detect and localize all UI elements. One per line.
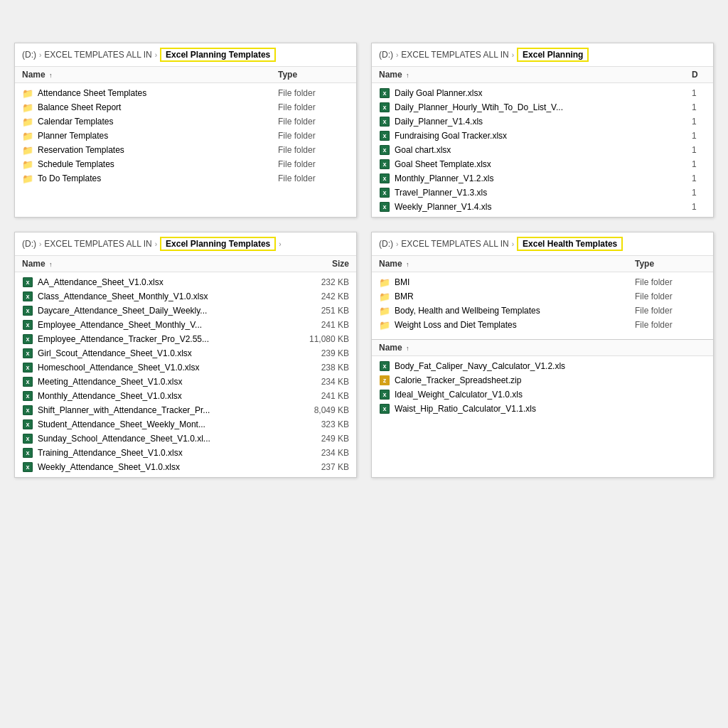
- panel-bottom-left: (D:) › EXCEL TEMPLATES ALL IN › Excel Pl…: [14, 232, 357, 478]
- file-list-bottom-right-top: 📁 BMI File folder 📁 BMR File folder 📁 Bo…: [372, 272, 713, 335]
- file-name: Daily Goal Planner.xlsx: [395, 88, 692, 98]
- breadcrumb-current[interactable]: Excel Planning Templates: [160, 237, 276, 251]
- file-name: Training_Attendance_Sheet_V1.0.xlsx: [38, 448, 285, 458]
- list-item[interactable]: 📁 Planner Templates File folder: [15, 129, 356, 143]
- chevron-icon: ›: [155, 51, 157, 59]
- chevron-icon: ›: [155, 240, 157, 248]
- breadcrumb-drive[interactable]: (D:): [22, 239, 36, 249]
- zip-icon: z: [379, 375, 390, 386]
- breadcrumb-folder1[interactable]: EXCEL TEMPLATES ALL IN: [401, 239, 508, 249]
- list-item[interactable]: z Calorie_Tracker_Spreadsheet.zip: [372, 373, 713, 387]
- breadcrumb-bottom-right-top: (D:) › EXCEL TEMPLATES ALL IN › Excel He…: [372, 232, 713, 256]
- breadcrumb-current[interactable]: Excel Planning Templates: [160, 48, 276, 62]
- list-item[interactable]: 📁 Schedule Templates File folder: [15, 157, 356, 171]
- list-item[interactable]: x Goal Sheet Template.xlsx 1: [372, 157, 713, 171]
- col-name-header[interactable]: Name ↑: [379, 343, 706, 353]
- col-headers: Name ↑ D: [372, 67, 713, 83]
- file-type: File folder: [278, 173, 349, 183]
- breadcrumb-current[interactable]: Excel Health Templates: [517, 237, 623, 251]
- list-item[interactable]: 📁 Weight Loss and Diet Templates File fo…: [372, 318, 713, 332]
- excel-icon: x: [22, 376, 33, 387]
- file-type: File folder: [278, 102, 349, 112]
- col-type-header[interactable]: Type: [278, 70, 349, 80]
- list-item[interactable]: x Goal chart.xlsx 1: [372, 143, 713, 157]
- list-item[interactable]: 📁 BMR File folder: [372, 289, 713, 304]
- list-item[interactable]: x Weekly_Planner_V1.4.xls 1: [372, 200, 713, 214]
- list-item[interactable]: x Fundraising Goal Tracker.xlsx 1: [372, 129, 713, 143]
- list-item[interactable]: x Daycare_Attendance_Sheet_Daily_Weekly.…: [15, 304, 356, 318]
- list-item[interactable]: 📁 Reservation Templates File folder: [15, 143, 356, 157]
- breadcrumb-folder1[interactable]: EXCEL TEMPLATES ALL IN: [401, 50, 508, 60]
- col-type-header[interactable]: Type: [635, 259, 706, 269]
- list-item[interactable]: x Training_Attendance_Sheet_V1.0.xlsx 23…: [15, 446, 356, 460]
- excel-icon: x: [22, 419, 33, 430]
- col-date-header[interactable]: D: [692, 70, 706, 80]
- list-item[interactable]: 📁 BMI File folder: [372, 275, 713, 289]
- breadcrumb-drive[interactable]: (D:): [22, 50, 36, 60]
- list-item[interactable]: x Daily Goal Planner.xlsx 1: [372, 86, 713, 100]
- file-date: 1: [692, 88, 706, 98]
- list-item[interactable]: x Weekly_Attendance_Sheet_V1.0.xlsx 237 …: [15, 460, 356, 474]
- file-size: 232 KB: [285, 277, 349, 287]
- folder-icon: 📁: [379, 277, 390, 288]
- file-name: Class_Attendance_Sheet_Monthly_V1.0.xlsx: [38, 291, 285, 301]
- list-item[interactable]: x Daily_Planner_V1.4.xls 1: [372, 114, 713, 129]
- breadcrumb-folder1[interactable]: EXCEL TEMPLATES ALL IN: [44, 239, 151, 249]
- excel-icon: x: [22, 405, 33, 416]
- file-size: 241 KB: [285, 320, 349, 330]
- excel-icon: x: [22, 447, 33, 459]
- list-item[interactable]: x Daily_Planner_Hourly_Wtih_To_Do_List_V…: [372, 100, 713, 114]
- file-type: File folder: [278, 145, 349, 155]
- list-item[interactable]: x Shift_Planner_with_Attendance_Tracker_…: [15, 403, 356, 417]
- file-name: Travel_Planner_V1.3.xls: [395, 188, 692, 198]
- col-name-header[interactable]: Name ↑: [22, 70, 278, 80]
- col-name-header[interactable]: Name ↑: [379, 70, 692, 80]
- file-name: Monthly_Planner_V1.2.xls: [395, 173, 692, 183]
- breadcrumb-drive[interactable]: (D:): [379, 239, 393, 249]
- list-item[interactable]: x Homeschool_Attendance_Sheet_V1.0.xlsx …: [15, 360, 356, 375]
- list-item[interactable]: x Monthly_Attendance_Sheet_V1.0.xlsx 241…: [15, 389, 356, 403]
- file-size: 241 KB: [285, 391, 349, 401]
- excel-icon: x: [379, 87, 390, 99]
- breadcrumb-top-left: (D:) › EXCEL TEMPLATES ALL IN › Excel Pl…: [15, 43, 356, 67]
- file-name: Calorie_Tracker_Spreadsheet.zip: [395, 375, 706, 385]
- col-size-header[interactable]: Size: [285, 259, 349, 269]
- file-name: Body, Health and Wellbeing Templates: [395, 306, 635, 316]
- list-item[interactable]: x Meeting_Attendance_Sheet_V1.0.xlsx 234…: [15, 375, 356, 389]
- col-name-header[interactable]: Name ↑: [22, 259, 285, 269]
- breadcrumb-current[interactable]: Excel Planning: [517, 48, 589, 62]
- list-item[interactable]: x Girl_Scout_Attendance_Sheet_V1.0.xlsx …: [15, 346, 356, 360]
- file-name: Daily_Planner_Hourly_Wtih_To_Do_List_V..…: [395, 102, 692, 112]
- list-item[interactable]: x Body_Fat_Caliper_Navy_Calculator_V1.2.…: [372, 359, 713, 373]
- file-name: BMR: [395, 291, 635, 301]
- list-item[interactable]: x AA_Attendance_Sheet_V1.0.xlsx 232 KB: [15, 275, 356, 289]
- panel-top-left: (D:) › EXCEL TEMPLATES ALL IN › Excel Pl…: [14, 43, 357, 218]
- breadcrumb-drive[interactable]: (D:): [379, 50, 393, 60]
- chevron-icon: ›: [396, 240, 398, 248]
- list-item[interactable]: x Waist_Hip_Ratio_Calculator_V1.1.xls: [372, 402, 713, 416]
- excel-icon: x: [379, 116, 390, 127]
- file-size: 239 KB: [285, 348, 349, 358]
- file-size: 323 KB: [285, 419, 349, 429]
- file-date: 1: [692, 117, 706, 127]
- list-item[interactable]: x Monthly_Planner_V1.2.xls 1: [372, 171, 713, 186]
- list-item[interactable]: x Employee_Attendance_Tracker_Pro_V2.55.…: [15, 332, 356, 346]
- file-list-bottom-left: x AA_Attendance_Sheet_V1.0.xlsx 232 KB x…: [15, 272, 356, 477]
- list-item[interactable]: 📁 To Do Templates File folder: [15, 171, 356, 186]
- list-item[interactable]: x Class_Attendance_Sheet_Monthly_V1.0.xl…: [15, 289, 356, 304]
- col-name-header[interactable]: Name ↑: [379, 259, 635, 269]
- list-item[interactable]: x Travel_Planner_V1.3.xls 1: [372, 186, 713, 200]
- chevron-icon: ›: [396, 51, 398, 59]
- list-item[interactable]: 📁 Balance Sheet Report File folder: [15, 100, 356, 114]
- excel-icon: x: [22, 305, 33, 316]
- panel-top-right: (D:) › EXCEL TEMPLATES ALL IN › Excel Pl…: [371, 43, 714, 218]
- list-item[interactable]: x Employee_Attendance_Sheet_Monthly_V...…: [15, 318, 356, 332]
- list-item[interactable]: 📁 Attendance Sheet Templates File folder: [15, 86, 356, 100]
- list-item[interactable]: 📁 Calendar Templates File folder: [15, 114, 356, 129]
- list-item[interactable]: x Ideal_Weight_Calculator_V1.0.xls: [372, 387, 713, 402]
- breadcrumb-folder1[interactable]: EXCEL TEMPLATES ALL IN: [44, 50, 151, 60]
- list-item[interactable]: x Sunday_School_Attendance_Sheet_V1.0.xl…: [15, 432, 356, 446]
- excel-icon: x: [379, 173, 390, 184]
- list-item[interactable]: x Student_Attendance_Sheet_Weekly_Mont..…: [15, 417, 356, 432]
- list-item[interactable]: 📁 Body, Health and Wellbeing Templates F…: [372, 304, 713, 318]
